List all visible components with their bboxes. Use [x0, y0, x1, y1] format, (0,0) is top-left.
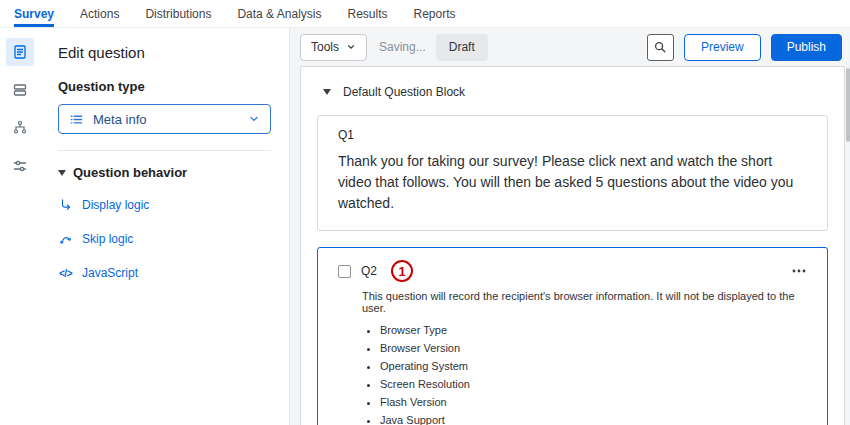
question-type-value: Meta info	[93, 112, 239, 127]
tools-button[interactable]: Tools	[300, 34, 367, 61]
main-area: Tools Saving... Draft Preview Publish De…	[290, 28, 850, 425]
icon-rail	[0, 28, 40, 425]
list-item: Browser Type	[380, 324, 809, 336]
list-item: Browser Version	[380, 342, 809, 354]
question-header: Q2 1	[338, 260, 809, 282]
skip-logic-link[interactable]: Skip logic	[58, 232, 271, 246]
tab-distributions[interactable]: Distributions	[145, 0, 211, 27]
panel-title: Edit question	[58, 44, 271, 61]
list-item: Flash Version	[380, 396, 809, 408]
meta-info-icon	[69, 112, 84, 127]
saving-status: Saving...	[379, 40, 426, 54]
preview-button[interactable]: Preview	[684, 34, 761, 61]
search-icon	[653, 40, 667, 54]
javascript-link[interactable]: </> JavaScript	[58, 266, 271, 280]
question-canvas: Default Question Block Q1 Thank you for …	[300, 66, 845, 425]
app-root: Survey Actions Distributions Data & Anal…	[0, 0, 850, 425]
edit-question-panel: Edit question Question type Meta info Qu…	[40, 28, 290, 425]
display-logic-label: Display logic	[82, 198, 149, 212]
blocks-icon[interactable]	[6, 76, 34, 104]
chevron-down-icon	[346, 42, 356, 52]
tab-reports[interactable]: Reports	[413, 0, 455, 27]
tab-results[interactable]: Results	[347, 0, 387, 27]
publish-button[interactable]: Publish	[771, 34, 842, 61]
question-card-q1[interactable]: Q1 Thank you for taking our survey! Plea…	[317, 115, 828, 231]
caret-down-icon	[323, 89, 331, 95]
survey-options-icon[interactable]	[6, 152, 34, 180]
question-id: Q2	[361, 264, 377, 278]
survey-toolbar: Tools Saving... Draft Preview Publish	[300, 33, 842, 61]
question-block-header[interactable]: Default Question Block	[317, 85, 828, 99]
survey-flow-icon[interactable]	[6, 114, 34, 142]
tools-label: Tools	[311, 40, 339, 54]
ellipsis-icon	[791, 263, 807, 279]
meta-info-list: Browser Type Browser Version Operating S…	[380, 324, 809, 425]
question-id: Q1	[338, 128, 809, 142]
builder-icon[interactable]	[6, 38, 34, 66]
draft-badge[interactable]: Draft	[436, 34, 488, 61]
search-button[interactable]	[647, 34, 674, 61]
chevron-down-icon	[248, 113, 260, 125]
javascript-label: JavaScript	[82, 266, 138, 280]
question-type-dropdown[interactable]: Meta info	[58, 104, 271, 134]
list-item: Java Support	[380, 414, 809, 425]
list-item: Operating System	[380, 360, 809, 372]
question-description: This question will record the recipient'…	[362, 290, 809, 314]
top-nav: Survey Actions Distributions Data & Anal…	[0, 0, 850, 28]
annotation-circle-1: 1	[391, 260, 413, 282]
q2-checkbox[interactable]	[338, 265, 351, 278]
question-type-label: Question type	[58, 79, 271, 94]
list-item: Screen Resolution	[380, 378, 809, 390]
scrollbar-thumb[interactable]	[846, 68, 850, 142]
display-logic-link[interactable]: Display logic	[58, 198, 271, 212]
question-behavior-header[interactable]: Question behavior	[58, 165, 271, 180]
tab-survey[interactable]: Survey	[14, 0, 54, 27]
panel-divider	[58, 150, 271, 151]
skip-logic-label: Skip logic	[82, 232, 133, 246]
question-menu-button[interactable]	[791, 263, 809, 279]
tab-actions[interactable]: Actions	[80, 0, 119, 27]
question-text: Thank you for taking our survey! Please …	[338, 151, 809, 214]
code-icon: </>	[58, 268, 73, 279]
question-behavior-label: Question behavior	[73, 165, 187, 180]
skip-logic-icon	[58, 232, 73, 246]
caret-down-icon	[58, 170, 66, 176]
tab-data-analysis[interactable]: Data & Analysis	[237, 0, 321, 27]
display-logic-icon	[58, 198, 73, 212]
question-block-title: Default Question Block	[343, 85, 465, 99]
question-card-q2[interactable]: Q2 1 This question will record the recip…	[317, 247, 828, 425]
